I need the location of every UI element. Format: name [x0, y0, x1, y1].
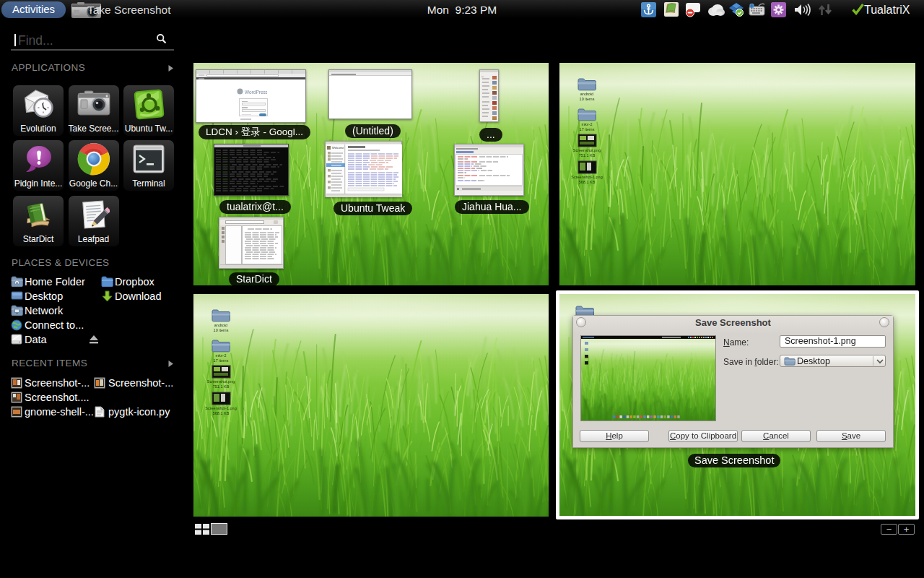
svg-text:android: android: [580, 92, 593, 96]
svg-text:10 items: 10 items: [580, 97, 595, 101]
svg-text:Screenshot-1.png: Screenshot-1.png: [571, 175, 602, 179]
svg-text:17 items: 17 items: [580, 127, 595, 131]
svg-text:Screenshot-1.png: Screenshot-1.png: [205, 406, 236, 410]
svg-text:568.1 KB: 568.1 KB: [579, 180, 596, 184]
svg-text:mkv-2: mkv-2: [216, 353, 227, 358]
svg-text:751.1 KB: 751.1 KB: [213, 384, 230, 389]
svg-text:Welcome: Welcome: [332, 146, 344, 150]
svg-text:Screenshot.png: Screenshot.png: [573, 148, 601, 152]
svg-text:mkv-2: mkv-2: [582, 122, 593, 126]
svg-text:Screenshot.png: Screenshot.png: [207, 379, 235, 384]
svg-text:WordPress: WordPress: [245, 90, 267, 95]
svg-text:568.1 KB: 568.1 KB: [213, 411, 230, 415]
svg-text:10 items: 10 items: [214, 328, 229, 332]
svg-text:▪▪▪: ▪▪▪: [481, 75, 484, 78]
svg-text:751.1 KB: 751.1 KB: [579, 153, 596, 158]
svg-text:17 items: 17 items: [214, 358, 229, 363]
svg-text:android: android: [214, 323, 227, 327]
